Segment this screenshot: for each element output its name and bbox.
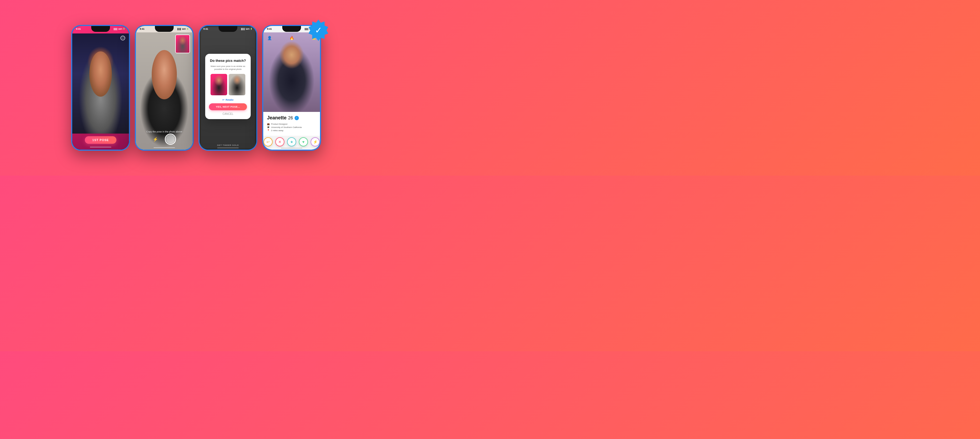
dialog-title: Do these pics match?	[209, 59, 247, 63]
distance-text: 2 miles away	[271, 129, 283, 132]
profile-university: 🎓 University of Southern California	[267, 126, 316, 128]
status-bar-3: 9:41 ▌▌▌ WiFi 🔋	[200, 27, 256, 30]
status-bar-1: 9:41 ▌▌▌ WiFi 🔋	[72, 27, 129, 30]
profile-name: Jeanette	[267, 115, 286, 121]
dialog-photos	[209, 74, 247, 95]
status-icons-2: ▌▌▌ WiFi 🔋	[177, 28, 189, 30]
phone-1: 9:41 ▌▌▌ WiFi 🔋 ⓘ 1ST POSE	[71, 25, 130, 151]
large-verified-badge: ✓	[308, 19, 329, 41]
action-bar: ↩ ✕ ★ ♥ ⚡	[263, 137, 320, 147]
get-tinder-gold-button[interactable]: GET TINDER GOLD	[200, 144, 256, 147]
match-dialog: Do these pics match? Make sure your pose…	[205, 54, 251, 119]
nav-bar-2	[154, 147, 175, 148]
battery-icon-1: 🔋	[123, 28, 125, 30]
profile-info: Jeanette 26 ✓ 💼 Product Designer 🎓 Unive…	[263, 112, 320, 136]
dialog-subtitle: Make sure your pose is as similar as pos…	[209, 65, 247, 71]
like-button[interactable]: ♥	[299, 137, 308, 147]
phone-3: 9:41 ▌▌▌ WiFi 🔋 Do these pics match? Mak…	[199, 25, 258, 151]
job-text: Product Designer	[271, 123, 288, 125]
profile-icon[interactable]: 👤	[266, 35, 272, 41]
nope-button[interactable]: ✕	[275, 137, 285, 147]
cancel-button[interactable]: CANCEL	[209, 112, 247, 115]
shutter-button[interactable]	[165, 134, 176, 145]
time-1: 9:41	[76, 27, 81, 30]
yes-next-pose-button[interactable]: YES, NEXT POSE...	[209, 103, 247, 110]
status-icons-1: ▌▌▌ WiFi 🔋	[114, 28, 125, 30]
battery-icon-3: 🔋	[250, 28, 253, 30]
graduation-icon: 🎓	[267, 126, 270, 128]
phone-2: 9:41 ▌▌▌ WiFi 🔋 Copy the pose in the pho…	[135, 25, 194, 151]
pose-button-1[interactable]: 1ST POSE	[85, 136, 116, 144]
profile-verified-badge: ✓	[294, 116, 299, 120]
copy-pose-text: Copy the pose in the photo above	[136, 130, 192, 133]
retake-label: Retake	[226, 99, 234, 101]
profile-photo	[263, 32, 320, 113]
pose-thumbnail	[175, 35, 190, 53]
info-icon-1[interactable]: ⓘ	[120, 36, 125, 40]
thumbnail-image	[176, 35, 189, 53]
time-4: 9:41	[267, 27, 272, 30]
signal-icon-3: ▌▌▌	[241, 28, 245, 30]
camera-controls: ⚡	[136, 134, 192, 145]
location-icon: 📍	[267, 129, 270, 132]
superlike-button[interactable]: ★	[287, 137, 296, 147]
profile-job: 💼 Product Designer	[267, 123, 316, 125]
nav-bar-1	[90, 147, 111, 147]
time-3: 9:41	[203, 27, 208, 30]
battery-icon-2: 🔋	[186, 28, 189, 30]
shutter-inner	[166, 135, 175, 144]
captured-photo	[229, 74, 245, 95]
phone-4: 9:41 ▌▌▌ WiFi 🔋 👤 🔥 ⭐ Jeanette 26	[262, 25, 321, 151]
retake-button[interactable]: ↩ Retake	[209, 99, 247, 101]
time-2: 9:41	[140, 27, 145, 30]
profile-age: 26	[288, 116, 293, 120]
boost-button[interactable]: ⚡	[310, 137, 320, 147]
status-icons-3: ▌▌▌ WiFi 🔋	[241, 28, 253, 30]
nav-bar-4	[281, 148, 302, 148]
profile-name-row: Jeanette 26 ✓	[267, 115, 316, 121]
phones-container: 9:41 ▌▌▌ WiFi 🔋 ⓘ 1ST POSE 9:41 ▌▌▌ WiFi…	[66, 19, 326, 156]
profile-person-image	[263, 32, 320, 113]
nav-bar-3	[217, 147, 239, 148]
badge-shape: ✓	[308, 19, 329, 41]
rewind-button[interactable]: ↩	[264, 137, 273, 147]
signal-icon-2: ▌▌▌	[177, 28, 181, 30]
status-bar-2: 9:41 ▌▌▌ WiFi 🔋	[136, 27, 192, 30]
person-photo-1	[72, 34, 129, 134]
tinder-flame-icon[interactable]: 🔥	[289, 35, 294, 41]
briefcase-icon: 💼	[267, 123, 270, 125]
wifi-icon-2: WiFi	[182, 28, 186, 30]
profile-distance: 📍 2 miles away	[267, 129, 316, 132]
wifi-icon-1: WiFi	[118, 28, 122, 30]
retake-icon: ↩	[222, 99, 224, 101]
signal-icon-1: ▌▌▌	[114, 28, 118, 30]
wifi-icon-3: WiFi	[246, 28, 250, 30]
university-text: University of Southern California	[271, 126, 302, 128]
original-photo	[210, 74, 227, 95]
flash-icon[interactable]: ⚡	[153, 136, 158, 142]
phone-4-wrapper: 9:41 ▌▌▌ WiFi 🔋 👤 🔥 ⭐ Jeanette 26	[262, 25, 321, 151]
person-silhouette-1	[72, 34, 129, 134]
